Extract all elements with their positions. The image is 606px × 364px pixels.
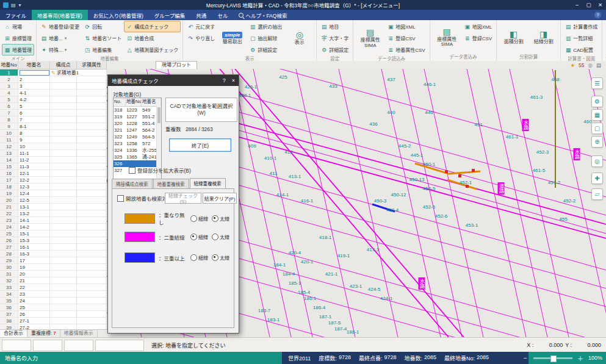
table-row[interactable]: 3927-2	[0, 324, 107, 329]
map-add-icon[interactable]: ⊕	[591, 136, 603, 148]
table-row[interactable]: 1✎求積地番1	[0, 70, 107, 76]
zoom-slider-thumb[interactable]	[550, 355, 557, 362]
dialog-tab[interactable]: 地番重複検索	[153, 179, 189, 188]
line-check-button[interactable]: 結線チェック(S)	[165, 193, 201, 204]
radio-option[interactable]: 細線	[190, 254, 208, 261]
close-button[interactable]: ✕	[594, 0, 606, 10]
ribbon-big-button[interactable]: ◨結線分割	[528, 21, 558, 54]
list-row[interactable]: 3211247564-2	[114, 127, 161, 134]
favorite-icon[interactable]: ★	[570, 62, 575, 68]
clear-results-button[interactable]: 結果クリア(P)	[203, 193, 237, 204]
table-row[interactable]: 98-1	[0, 123, 107, 130]
radio-option[interactable]: 細線	[190, 215, 208, 222]
list-row[interactable]: 3181223549	[114, 107, 161, 113]
end-button[interactable]: 終了(E)	[169, 138, 231, 152]
zoom-registered-checkbox[interactable]: 登録部分を拡大表示(B)	[129, 166, 191, 174]
select-range-in-cad-button[interactable]: CADで対象地番を範囲選択(W)	[165, 98, 237, 122]
menu-tab[interactable]: グループ編集	[149, 10, 191, 20]
table-row[interactable]: 3221	[0, 277, 107, 284]
zoom-slider[interactable]	[533, 357, 572, 359]
list-icon[interactable]: ▤	[596, 62, 601, 68]
column-header[interactable]: 求積属性	[77, 61, 107, 69]
table-row[interactable]: 2716-1	[0, 244, 107, 251]
map-target-icon[interactable]: ◎	[591, 155, 603, 167]
table-row[interactable]: 1210	[0, 143, 107, 150]
table-row[interactable]: 54-2	[0, 96, 107, 103]
menu-tab[interactable]: ヘルプ・FAQ検索	[233, 10, 292, 20]
table-row[interactable]: 119	[0, 137, 107, 143]
customize-quick-access-icon[interactable]: ▾	[19, 2, 21, 8]
menu-tab[interactable]: 地番専用(地番管理)	[32, 10, 88, 20]
menu-tab[interactable]: セル	[212, 10, 233, 20]
ribbon-big-button[interactable]: simple簡易取出	[217, 21, 247, 55]
menu-tab[interactable]: お気に入り(地番管理)	[88, 10, 149, 20]
table-row[interactable]: 22	[0, 76, 107, 83]
ribbon-big-button[interactable]: ▤座標属性SIMA	[432, 21, 462, 54]
ribbon-button[interactable]: ⊡地番合成	[124, 32, 181, 44]
tab-field-plot[interactable]: 現場プロット	[156, 61, 197, 69]
table-row[interactable]: 3423	[0, 291, 107, 298]
radio-option[interactable]: 太線	[212, 254, 229, 261]
dialog-help-icon[interactable]: ?	[223, 77, 226, 84]
table-row[interactable]: 1912-4	[0, 190, 107, 197]
ribbon-button[interactable]: ◳地番編集	[82, 44, 124, 55]
ribbon-button[interactable]: ≣登録CSV	[462, 32, 494, 44]
ribbon-button[interactable]: 字大字・字	[319, 32, 351, 44]
list-row[interactable]: 3201228551-4	[114, 120, 161, 127]
ribbon-button[interactable]: ↷やり直し	[185, 32, 217, 44]
parcel-name-input[interactable]	[20, 70, 49, 76]
column-header[interactable]: 地番No	[0, 61, 18, 69]
table-row[interactable]: 2615-3	[0, 237, 107, 244]
minimize-button[interactable]: –	[571, 0, 583, 10]
table-row[interactable]: 3019	[0, 264, 107, 271]
table-row[interactable]: 2314-1	[0, 217, 107, 224]
ribbon-button[interactable]: ⊞座標管理	[2, 32, 34, 44]
table-row[interactable]: 1812-3	[0, 184, 107, 190]
table-row[interactable]: 1511-3	[0, 163, 107, 170]
radio-option[interactable]: 太線	[212, 234, 229, 240]
ribbon-button[interactable]: ▦地番管理	[2, 44, 34, 55]
list-row[interactable]: 3241336水-255	[114, 147, 161, 154]
target-icon[interactable]: ◎	[588, 62, 593, 68]
ribbon-button[interactable]: ▦CAD配置	[563, 44, 600, 55]
menu-tab[interactable]: ファイル	[0, 10, 32, 20]
ribbon-button[interactable]: ▣地図XML	[385, 21, 427, 32]
table-row[interactable]: 44-1	[0, 90, 107, 96]
table-row[interactable]: 87	[0, 116, 107, 123]
ribbon-button[interactable]: ⇅地番名ソート	[82, 32, 124, 44]
ribbon-button[interactable]: ▤地番...▾	[38, 32, 82, 44]
table-row[interactable]: 76	[0, 110, 107, 116]
table-row[interactable]: 3120	[0, 271, 107, 277]
table-row[interactable]: 2414-2	[0, 224, 107, 230]
ribbon-button[interactable]: ⚙詳細設定	[319, 44, 351, 55]
table-row[interactable]: 3726	[0, 311, 107, 318]
help-icon[interactable]: ?	[594, 12, 601, 18]
ribbon-button[interactable]: ✎地番登録/変更	[38, 21, 82, 32]
table-row[interactable]: 2917	[0, 257, 107, 264]
dialog-tab[interactable]: 隣接構成点検索	[112, 179, 153, 188]
table-row[interactable]: 3524	[0, 298, 107, 304]
ribbon-button[interactable]: ⌂現場	[2, 21, 34, 32]
ribbon-button[interactable]: ≣地番属性CSV	[385, 44, 427, 55]
ribbon-big-button[interactable]: ◎表示	[284, 21, 314, 55]
map-settings-icon[interactable]: ⚙	[591, 96, 603, 107]
table-row[interactable]: 3827-1	[0, 318, 107, 324]
list-row[interactable]: 3221249564-5	[114, 134, 161, 140]
map-select-icon[interactable]: ▢	[591, 123, 603, 134]
table-row[interactable]: 1712-2	[0, 177, 107, 184]
map-menu-icon[interactable]: ☰	[591, 77, 603, 89]
ribbon-button[interactable]: ▣地図XML	[462, 21, 494, 32]
ribbon-button[interactable]: ▢抽出解除	[247, 32, 284, 44]
table-row[interactable]: 3322	[0, 284, 107, 291]
ribbon-button[interactable]: ↶元に戻す	[185, 21, 217, 32]
table-row[interactable]: 33	[0, 83, 107, 90]
list-row[interactable]: 3191227551-2	[114, 113, 161, 120]
table-row[interactable]: 108	[0, 130, 107, 137]
table-row[interactable]: 2213-2	[0, 210, 107, 217]
ribbon-button[interactable]: ▥選択の抽出	[247, 21, 284, 32]
table-row[interactable]: 1311-1	[0, 150, 107, 157]
map-shape-icon[interactable]: ▱	[591, 188, 603, 200]
radio-option[interactable]: 細線	[190, 234, 208, 240]
table-row[interactable]: 1612-1	[0, 170, 107, 177]
count-badge[interactable]: 55	[579, 62, 584, 68]
